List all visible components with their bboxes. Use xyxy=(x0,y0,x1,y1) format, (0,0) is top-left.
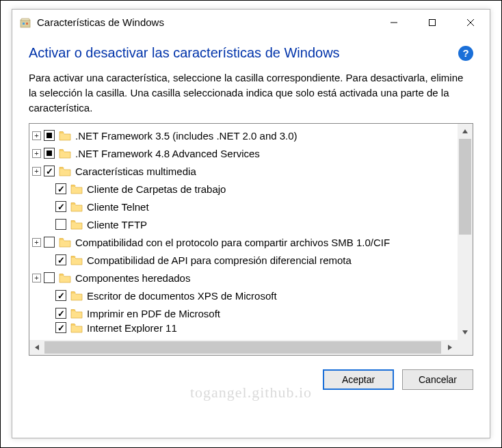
tree-row[interactable]: +Características multimedia xyxy=(32,162,458,180)
checkbox[interactable] xyxy=(55,219,66,230)
checkbox[interactable] xyxy=(55,183,66,194)
checkbox[interactable] xyxy=(55,308,66,319)
tree-item-label: Imprimir en PDF de Microsoft xyxy=(87,308,220,319)
horizontal-scrollbar[interactable] xyxy=(29,340,458,355)
expand-spacer xyxy=(32,256,41,265)
cancel-button[interactable]: Cancelar xyxy=(402,369,473,390)
tree-item-label: Compatibilidad de API para compresión di… xyxy=(87,254,352,266)
tree-item-label: .NET Framework 4.8 Advanced Services xyxy=(75,148,260,159)
tree-row[interactable]: +.NET Framework 4.8 Advanced Services xyxy=(32,144,458,162)
tree-row[interactable]: +.NET Framework 3.5 (includes .NET 2.0 a… xyxy=(32,127,458,144)
folder-icon xyxy=(70,255,83,265)
dialog-buttons: Aceptar Cancelar xyxy=(12,356,490,404)
tree-row[interactable]: Cliente TFTP xyxy=(32,215,458,233)
folder-icon xyxy=(59,237,71,248)
tree-row[interactable]: Internet Explorer 11 xyxy=(32,322,458,333)
tree-item-label: Cliente de Carpetas de trabajo xyxy=(87,183,226,195)
checkbox[interactable] xyxy=(44,272,55,283)
vertical-scroll-thumb[interactable] xyxy=(459,139,471,235)
folder-icon xyxy=(59,273,71,283)
svg-marker-9 xyxy=(462,330,468,334)
dialog-description: Para activar una característica, selecci… xyxy=(29,70,473,115)
expand-spacer xyxy=(32,324,41,332)
tree-row[interactable]: Imprimir en PDF de Microsoft xyxy=(32,304,458,322)
checkbox[interactable] xyxy=(44,166,55,176)
features-tree: +.NET Framework 3.5 (includes .NET 2.0 a… xyxy=(29,123,473,356)
svg-rect-2 xyxy=(23,23,25,25)
tree-item-label: Internet Explorer 11 xyxy=(87,322,177,333)
tree-item-label: Compatibilidad con el protocolo para com… xyxy=(75,237,390,248)
folder-icon xyxy=(70,220,83,230)
scroll-up-arrow[interactable] xyxy=(458,124,473,139)
horizontal-scroll-thumb[interactable] xyxy=(44,341,441,354)
expand-toggle[interactable]: + xyxy=(32,167,41,176)
checkbox[interactable] xyxy=(44,237,55,248)
svg-rect-0 xyxy=(21,20,30,27)
folder-icon xyxy=(59,148,71,159)
expand-toggle[interactable]: + xyxy=(32,149,41,158)
tree-item-label: Cliente Telnet xyxy=(87,201,149,213)
tree-item-label: Características multimedia xyxy=(75,166,196,177)
checkbox[interactable] xyxy=(44,130,55,141)
windows-features-dialog: Características de Windows Activar o des… xyxy=(12,9,490,438)
app-icon xyxy=(19,16,31,29)
svg-marker-11 xyxy=(448,345,452,350)
expand-toggle[interactable]: + xyxy=(32,131,41,140)
ok-button[interactable]: Aceptar xyxy=(323,369,394,390)
svg-marker-8 xyxy=(462,129,468,133)
tree-row[interactable]: Escritor de documentos XPS de Microsoft xyxy=(32,287,458,304)
svg-marker-10 xyxy=(35,345,39,350)
expand-spacer xyxy=(32,202,41,211)
svg-rect-5 xyxy=(430,19,436,25)
tree-row[interactable]: +Compatibilidad con el protocolo para co… xyxy=(32,233,458,251)
checkbox[interactable] xyxy=(55,201,66,212)
window-controls xyxy=(375,10,490,35)
scroll-left-arrow[interactable] xyxy=(29,340,44,355)
expand-spacer xyxy=(32,291,41,300)
svg-rect-1 xyxy=(21,18,29,21)
scroll-right-arrow[interactable] xyxy=(442,340,458,355)
close-button[interactable] xyxy=(451,10,490,35)
scroll-down-arrow[interactable] xyxy=(458,325,473,340)
expand-spacer xyxy=(32,309,41,318)
tree-item-label: Componentes heredados xyxy=(75,272,190,284)
tree-row[interactable]: Cliente Telnet xyxy=(32,198,458,215)
tree-row[interactable]: Cliente de Carpetas de trabajo xyxy=(32,180,458,198)
svg-rect-3 xyxy=(26,23,28,25)
folder-icon xyxy=(59,131,71,141)
checkbox[interactable] xyxy=(44,148,55,159)
scrollbar-corner xyxy=(458,340,473,355)
tree-row[interactable]: +Componentes heredados xyxy=(32,269,458,287)
folder-icon xyxy=(70,308,83,319)
expand-spacer xyxy=(32,220,41,229)
vertical-scrollbar[interactable] xyxy=(458,124,473,340)
tree-row[interactable]: Compatibilidad de API para compresión di… xyxy=(32,251,458,269)
folder-icon xyxy=(70,323,83,333)
checkbox[interactable] xyxy=(55,322,66,333)
expand-spacer xyxy=(32,185,41,194)
tree-item-label: .NET Framework 3.5 (includes .NET 2.0 an… xyxy=(75,130,298,142)
dialog-heading: Activar o desactivar las características… xyxy=(29,45,340,61)
checkbox[interactable] xyxy=(55,254,66,265)
window-title: Características de Windows xyxy=(37,16,375,28)
folder-icon xyxy=(70,184,83,194)
dialog-heading-row: Activar o desactivar las características… xyxy=(29,45,473,61)
folder-icon xyxy=(70,202,83,212)
tree-item-label: Cliente TFTP xyxy=(87,219,147,230)
folder-icon xyxy=(70,291,83,301)
maximize-button[interactable] xyxy=(413,10,451,35)
expand-toggle[interactable]: + xyxy=(32,238,41,247)
help-icon[interactable]: ? xyxy=(458,46,473,61)
titlebar[interactable]: Características de Windows xyxy=(12,10,490,36)
expand-toggle[interactable]: + xyxy=(32,274,41,282)
checkbox[interactable] xyxy=(55,290,66,301)
minimize-button[interactable] xyxy=(375,10,413,35)
folder-icon xyxy=(59,166,71,176)
tree-item-label: Escritor de documentos XPS de Microsoft xyxy=(87,290,277,302)
